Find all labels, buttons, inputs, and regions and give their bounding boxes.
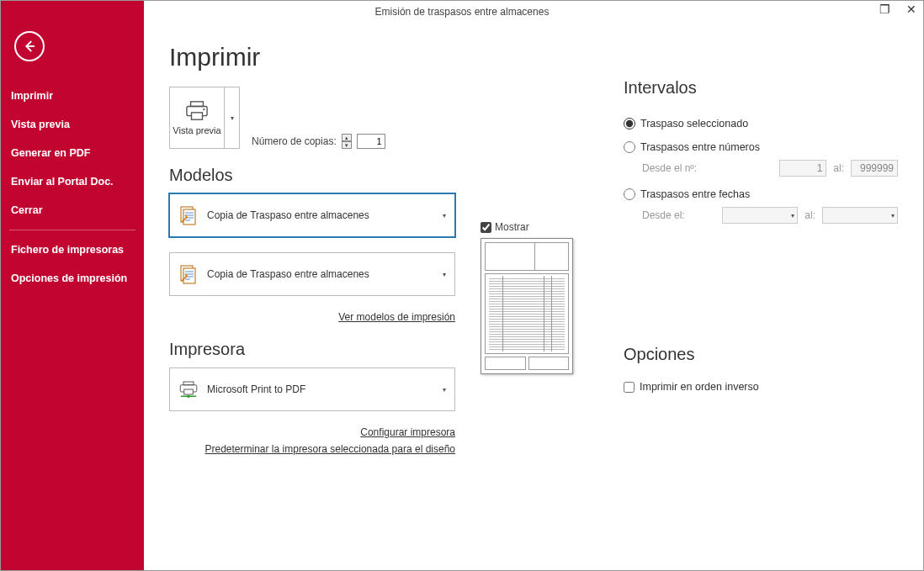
show-preview-input[interactable]	[481, 222, 491, 233]
model2-combo[interactable]: Copia de Traspaso entre almacenes ▾	[169, 252, 455, 296]
preview-button-label: Vista previa	[173, 125, 220, 135]
chevron-down-icon: ▾	[443, 212, 446, 219]
printer-heading: Impresora	[169, 340, 497, 359]
svg-rect-2	[192, 113, 203, 119]
radio-between-numbers[interactable]: Traspasos entre números	[624, 141, 898, 153]
arrow-left-icon	[22, 39, 37, 54]
show-preview-label: Mostrar	[495, 221, 529, 233]
sidebar-item-print[interactable]: Imprimir	[1, 82, 144, 110]
preview-dropdown[interactable]: ▾	[224, 87, 239, 148]
model1-combo[interactable]: Copia de Traspaso entre almacenes ▾	[169, 193, 455, 237]
models-link[interactable]: Ver modelos de impresión	[169, 311, 455, 323]
model1-label: Copia de Traspaso entre almacenes	[207, 209, 434, 221]
sidebar-divider	[9, 230, 135, 230]
svg-rect-7	[183, 268, 195, 283]
from-date-input: ▾	[722, 207, 798, 224]
page-title: Imprimir	[169, 43, 497, 71]
sidebar-item-pdf[interactable]: Generar en PDF	[1, 139, 144, 167]
configure-printer-link[interactable]: Configurar impresora	[169, 426, 455, 438]
sidebar-item-portal[interactable]: Enviar al Portal Doc.	[1, 167, 144, 196]
preview-button[interactable]: Vista previa ▾	[169, 87, 240, 149]
copies-down[interactable]: ▼	[342, 141, 352, 149]
copies-input[interactable]	[357, 134, 385, 149]
printer-label: Microsoft Print to PDF	[207, 383, 434, 395]
show-preview-checkbox[interactable]: Mostrar	[481, 221, 598, 233]
to-label-2: al:	[805, 209, 815, 221]
printer-combo[interactable]: Microsoft Print to PDF ▾	[169, 367, 455, 411]
svg-rect-8	[183, 382, 194, 385]
to-label: al:	[833, 162, 844, 174]
copies-up[interactable]: ▲	[342, 134, 352, 141]
to-date-input: ▾	[822, 207, 898, 224]
svg-point-3	[203, 108, 204, 110]
sidebar: Imprimir Vista previa Generar en PDF Env…	[1, 1, 144, 570]
date-range-row: Desde el: ▾ al: ▾	[642, 207, 898, 224]
preview-thumbnail[interactable]	[481, 238, 573, 374]
printer-icon	[184, 100, 210, 122]
reverse-order-checkbox[interactable]: Imprimir en orden inverso	[624, 381, 898, 393]
sidebar-item-close[interactable]: Cerrar	[1, 196, 144, 225]
back-button[interactable]	[14, 31, 45, 61]
sidebar-item-printoptions[interactable]: Opciones de impresión	[1, 264, 144, 293]
model2-label: Copia de Traspaso entre almacenes	[207, 268, 434, 280]
number-range-row: Desde el nº: al:	[642, 160, 898, 177]
intervals-heading: Intervalos	[624, 78, 898, 98]
to-number-input	[851, 160, 898, 177]
sidebar-item-preview[interactable]: Vista previa	[1, 110, 144, 139]
window-title: Emisión de traspasos entre almacenes	[375, 6, 550, 18]
radio-between-dates[interactable]: Traspasos entre fechas	[624, 188, 898, 200]
svg-rect-10	[184, 389, 194, 394]
from-number-input	[779, 160, 826, 177]
chevron-down-icon: ▾	[443, 271, 446, 278]
document-icon	[178, 205, 199, 225]
window-close-icon[interactable]: ✕	[903, 3, 920, 16]
models-heading: Modelos	[169, 166, 497, 185]
options-heading: Opciones	[624, 345, 898, 364]
from-date-label: Desde el:	[642, 209, 685, 221]
from-number-label: Desde el nº:	[642, 162, 697, 174]
copies-label: Número de copias:	[252, 135, 337, 147]
svg-rect-5	[183, 209, 195, 225]
document-icon	[178, 264, 199, 284]
window-maximize-icon[interactable]: ❐	[876, 3, 893, 16]
default-printer-link[interactable]: Predeterminar la impresora seleccionada …	[169, 443, 455, 455]
svg-rect-0	[191, 102, 204, 107]
sidebar-item-printerfile[interactable]: Fichero de impresoras	[1, 235, 144, 264]
radio-selected-transfer[interactable]: Traspaso seleccionado	[624, 118, 898, 130]
chevron-down-icon: ▾	[443, 386, 446, 394]
printer-connected-icon	[178, 379, 199, 399]
svg-rect-11	[188, 395, 190, 398]
